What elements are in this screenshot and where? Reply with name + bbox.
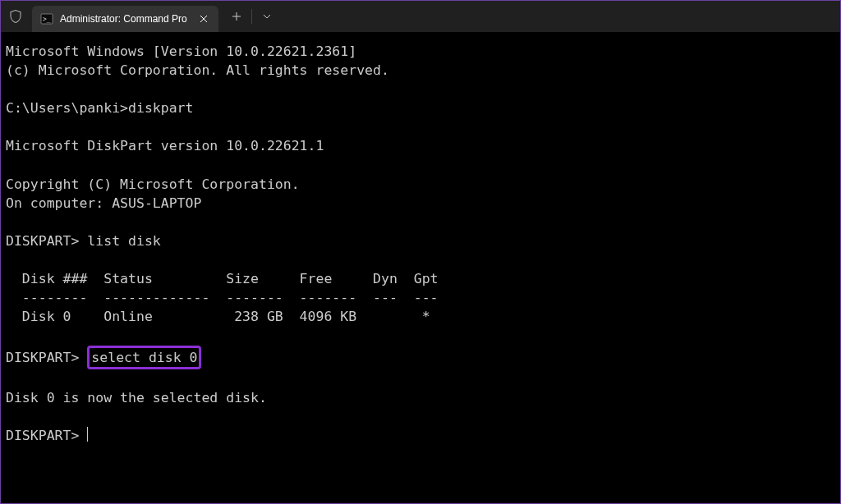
highlighted-command: select disk 0 (87, 346, 201, 369)
output-line: Disk 0 is now the selected disk. (6, 390, 267, 405)
tab-dropdown-button[interactable] (252, 3, 282, 30)
new-tab-button[interactable] (222, 3, 251, 30)
svg-text:>_: >_ (43, 16, 51, 23)
cursor (87, 427, 88, 442)
tab-title: Administrator: Command Pro (60, 13, 187, 25)
output-line: Microsoft Windows [Version 10.0.22621.23… (6, 44, 356, 59)
diskpart-prompt: DISKPART> (6, 428, 87, 443)
output-line: Copyright (C) Microsoft Corporation. (6, 176, 300, 192)
titlebar: >_ Administrator: Command Pro (1, 1, 840, 32)
titlebar-actions (222, 3, 282, 30)
prompt-command: diskpart (128, 100, 193, 116)
table-row: Disk 0 Online 238 GB 4096 KB * (6, 309, 430, 324)
prompt-path: C:\Users\panki> (6, 100, 128, 116)
terminal-output[interactable]: Microsoft Windows [Version 10.0.22621.23… (1, 32, 840, 455)
output-line: (c) Microsoft Corporation. All rights re… (6, 62, 389, 78)
prompt-command: list disk (79, 233, 160, 249)
shield-icon (7, 8, 24, 25)
diskpart-prompt: DISKPART> (6, 350, 79, 365)
table-header: Disk ### Status Size Free Dyn Gpt (6, 271, 439, 286)
table-divider: -------- ------------- ------- ------- -… (6, 290, 439, 305)
output-line: Microsoft DiskPart version 10.0.22621.1 (6, 138, 324, 153)
output-line: On computer: ASUS-LAPTOP (6, 195, 201, 211)
tab-close-button[interactable] (197, 12, 210, 25)
diskpart-prompt: DISKPART> (6, 233, 79, 249)
cmd-icon: >_ (40, 12, 53, 25)
active-tab[interactable]: >_ Administrator: Command Pro (32, 6, 218, 32)
